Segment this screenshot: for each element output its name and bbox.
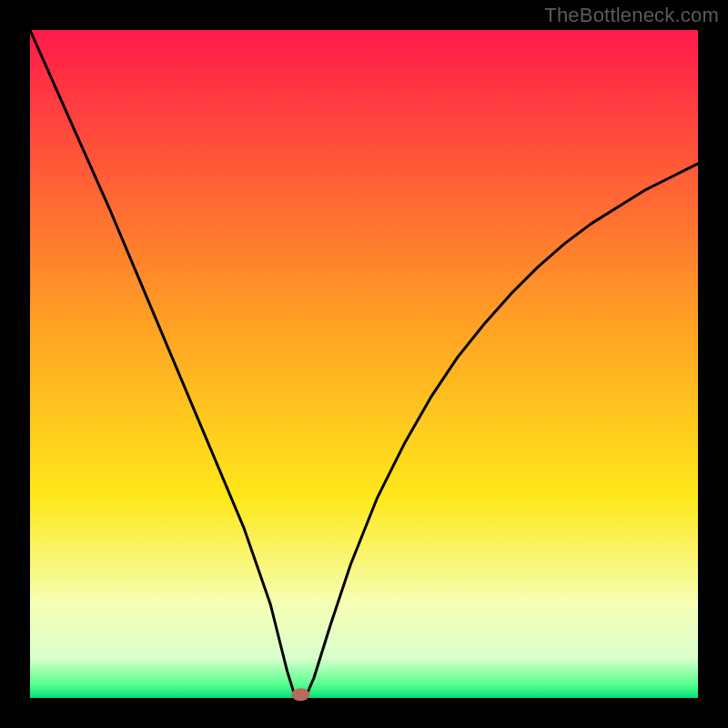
bottleneck-chart	[0, 0, 728, 728]
chart-plot-bg	[30, 30, 698, 698]
watermark-text: TheBottleneck.com	[544, 4, 719, 27]
min-marker	[291, 688, 309, 701]
chart-frame: TheBottleneck.com	[0, 0, 728, 728]
